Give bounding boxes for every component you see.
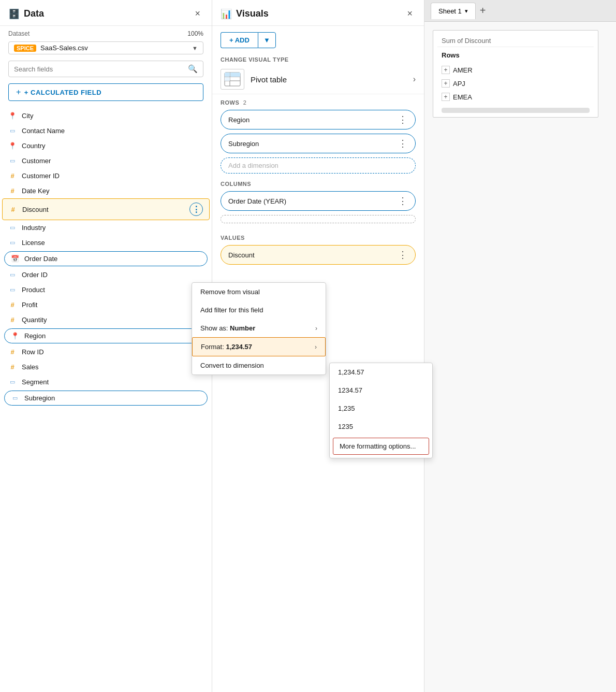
region-row-pill[interactable]: Region ⋮ (221, 110, 416, 129)
change-visual-type-label: CHANGE VISUAL TYPE (212, 52, 424, 65)
format-submenu: 1,234.57 1234.57 1,235 1235 More formatt… (329, 363, 433, 458)
measure-icon-row-id: # (8, 348, 17, 356)
add-column-pill[interactable] (221, 215, 416, 223)
field-name-order-date: Order Date (24, 255, 201, 263)
subregion-row-pill[interactable]: Subregion ⋮ (221, 134, 416, 153)
field-item-product[interactable]: ▭ Product (0, 282, 212, 297)
field-name-region: Region (24, 332, 201, 340)
measure-icon-customer-id: # (8, 172, 17, 180)
geo-icon-city: 📍 (8, 112, 17, 120)
visuals-panel-close[interactable]: × (404, 7, 416, 20)
context-menu: Remove from visual Add filter for this f… (192, 282, 326, 375)
values-label: VALUES (221, 235, 245, 241)
data-panel-title: 🗄️ Data (8, 8, 44, 20)
tab-arrow: ▾ (465, 8, 468, 15)
field-name-order-id: Order ID (22, 271, 203, 279)
field-item-subregion[interactable]: ▭ Subregion (4, 391, 208, 406)
field-name-subregion: Subregion (24, 394, 201, 402)
format-option-1235-plain[interactable]: 1235 (330, 417, 432, 436)
expand-emea-icon[interactable]: + (442, 93, 450, 101)
calc-field-label: + CALCULATED FIELD (24, 89, 101, 96)
order-date-pill-dots: ⋮ (398, 195, 408, 207)
search-input[interactable] (14, 65, 185, 73)
more-formatting-options-button[interactable]: More formatting options... (333, 438, 429, 455)
order-date-pill-name: Order Date (YEAR) (228, 197, 286, 205)
dim-icon-license: ▭ (8, 239, 17, 246)
field-name-country: Country (22, 142, 203, 150)
calculated-field-button[interactable]: + + CALCULATED FIELD (8, 83, 203, 101)
format-1235-label: 1,235 (338, 405, 355, 412)
format-option-1234-57[interactable]: 1,234.57 (330, 363, 432, 381)
sheet-tab-1[interactable]: Sheet 1 ▾ (431, 3, 476, 19)
order-date-column-pill[interactable]: Order Date (YEAR) ⋮ (221, 191, 416, 211)
field-item-customer[interactable]: ▭ Customer (0, 153, 212, 168)
dim-icon-subregion: ▭ (11, 395, 19, 401)
rows-label-text: ROWS (221, 99, 239, 106)
field-item-industry[interactable]: ▭ Industry (0, 220, 212, 235)
svg-rect-6 (225, 77, 230, 81)
visual-type-left: Pivot table (221, 69, 287, 90)
field-name-row-id: Row ID (22, 348, 203, 356)
field-item-order-date[interactable]: 📅 Order Date (4, 251, 208, 266)
field-name-profit: Profit (22, 301, 203, 309)
field-name-quantity: Quantity (22, 316, 203, 324)
format-1235-plain-label: 1235 (338, 423, 353, 430)
visual-type-row[interactable]: Pivot table › (212, 65, 424, 94)
field-item-row-id[interactable]: # Row ID (0, 344, 212, 359)
field-item-order-id[interactable]: ▭ Order ID (0, 267, 212, 282)
field-item-contact-name[interactable]: ▭ Contact Name (0, 123, 212, 138)
context-menu-remove[interactable]: Remove from visual (192, 283, 326, 301)
format-1234-57-label: 1,234.57 (338, 368, 364, 376)
dim-icon-order-id: ▭ (8, 271, 17, 278)
field-item-customer-id[interactable]: # Customer ID (0, 168, 212, 183)
dataset-dropdown-arrow: ▼ (192, 45, 198, 51)
rows-section-label: ROWS 2 (212, 94, 424, 108)
discount-values-pill-dots: ⋮ (398, 249, 408, 261)
field-item-country[interactable]: 📍 Country (0, 138, 212, 153)
data-panel: 🗄️ Data × Dataset 100% SPICE SaaS-Sales.… (0, 0, 212, 692)
context-menu-show-as[interactable]: Show as: Number › (192, 319, 326, 337)
add-button-dropdown[interactable]: ▼ (258, 32, 276, 48)
show-as-chevron: › (315, 325, 317, 332)
pivot-rows-label: Rows (437, 47, 594, 63)
format-chevron: › (315, 343, 317, 351)
measure-icon-date-key: # (8, 187, 17, 195)
field-item-discount[interactable]: # Discount ⋮ (2, 198, 210, 220)
sheet-panel: Sheet 1 ▾ + Sum of Discount Rows + AMER … (424, 0, 616, 692)
discount-ellipsis-button[interactable]: ⋮ (189, 203, 203, 216)
context-menu-format[interactable]: Format: 1,234.57 › (192, 337, 326, 356)
expand-apj-icon[interactable]: + (442, 79, 450, 88)
pivot-scrollbar[interactable] (442, 108, 590, 113)
context-menu-convert[interactable]: Convert to dimension (192, 356, 326, 374)
discount-values-pill-name: Discount (228, 251, 255, 259)
field-item-city[interactable]: 📍 City (0, 108, 212, 123)
discount-values-pill[interactable]: Discount ⋮ (221, 245, 416, 265)
plus-icon: + (16, 88, 21, 97)
add-dimension-pill[interactable]: Add a dimension (221, 157, 416, 174)
format-123457-label: 1234.57 (338, 386, 362, 394)
field-item-date-key[interactable]: # Date Key (0, 183, 212, 198)
field-item-license[interactable]: ▭ License (0, 235, 212, 250)
more-formatting-options-label: More formatting options... (340, 442, 416, 450)
field-item-region[interactable]: 📍 Region (4, 328, 208, 343)
field-item-profit[interactable]: # Profit (0, 297, 212, 312)
format-option-123457[interactable]: 1234.57 (330, 381, 432, 399)
field-item-sales[interactable]: # Sales (0, 359, 212, 374)
measure-icon-quantity: # (8, 316, 17, 324)
dataset-name: SaaS-Sales.csv (40, 44, 188, 52)
expand-amer-icon[interactable]: + (442, 66, 450, 74)
pivot-row-amer: + AMER (437, 63, 594, 77)
remove-from-visual-label: Remove from visual (200, 288, 260, 296)
visuals-title: 📊 Visuals (221, 8, 269, 20)
add-sheet-button[interactable]: + (476, 3, 490, 19)
format-option-1235[interactable]: 1,235 (330, 399, 432, 417)
field-name-segment: Segment (22, 378, 203, 386)
dataset-selector[interactable]: SPICE SaaS-Sales.csv ▼ (8, 41, 203, 54)
database-icon: 🗄️ (8, 8, 20, 20)
bar-chart-icon: 📊 (221, 8, 232, 20)
field-item-segment[interactable]: ▭ Segment (0, 374, 212, 390)
context-menu-add-filter[interactable]: Add filter for this field (192, 301, 326, 319)
field-item-quantity[interactable]: # Quantity (0, 312, 212, 327)
add-button-main[interactable]: + ADD (221, 32, 258, 48)
data-panel-close[interactable]: × (192, 7, 203, 20)
